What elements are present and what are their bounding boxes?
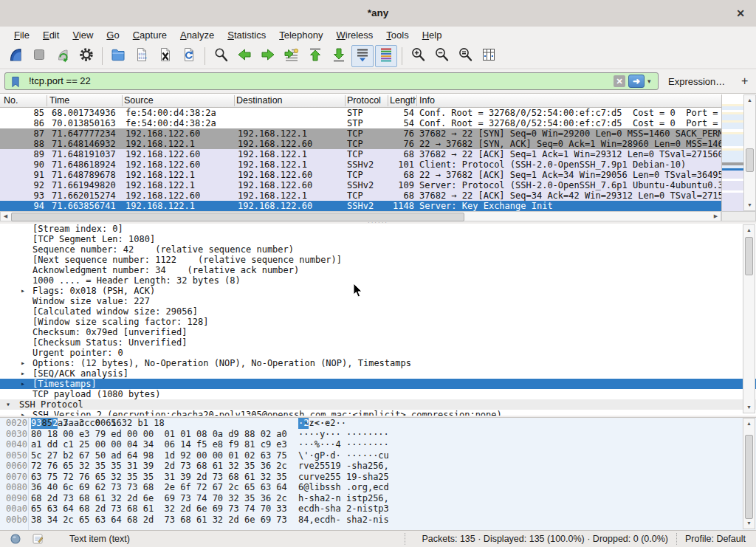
scroll-down-arrow[interactable]: ▼ xyxy=(743,403,755,412)
packet-row[interactable]: 8871.648146932192.168.122.1192.168.122.6… xyxy=(0,139,721,149)
detail-line[interactable]: ▸SSH Version 2 (encryption:chacha20-poly… xyxy=(0,410,756,416)
close-file-button[interactable] xyxy=(154,45,176,67)
scroll-down-arrow[interactable]: ▼ xyxy=(744,201,755,210)
hex-row[interactable]: 0040a1 dd c1 25 00 00 04 34 06 14 f5 e8 … xyxy=(0,439,756,450)
expand-arrow-icon[interactable]: ▸ xyxy=(21,286,25,296)
packet-list-vscrollbar[interactable]: ▲ ▼ xyxy=(743,94,756,211)
hex-row[interactable]: 007063 75 72 76 65 32 35 35 31 39 2d 73 … xyxy=(0,472,756,483)
status-profile[interactable]: Profile: Default xyxy=(685,531,746,547)
scrollbar-thumb[interactable] xyxy=(746,148,754,172)
hex-row[interactable]: 003080 18 00 e3 79 ed 00 00 01 01 08 0a … xyxy=(0,429,756,440)
add-filter-button[interactable]: + xyxy=(741,70,748,92)
hex-row[interactable]: 00505c 27 b2 67 50 ad 64 98 1d 92 00 00 … xyxy=(0,450,756,461)
detail-line[interactable]: [Calculated window size: 29056] xyxy=(0,306,756,317)
packet-list-minimap[interactable] xyxy=(721,94,743,211)
packet-row[interactable]: 9071.648618924192.168.122.60192.168.122.… xyxy=(0,159,721,170)
hex-row[interactable]: 008036 40 6c 69 62 73 73 68 2e 6f 72 67 … xyxy=(0,482,756,493)
menu-item-wireless[interactable]: Wireless xyxy=(330,28,380,42)
expand-arrow-icon[interactable]: ▸ xyxy=(21,410,25,416)
scroll-left-arrow[interactable]: ◀ xyxy=(1,212,10,221)
scroll-up-arrow[interactable]: ▲ xyxy=(743,419,755,428)
detail-line[interactable]: ▾SSH Protocol xyxy=(0,399,756,410)
capture-options-button[interactable] xyxy=(75,45,97,67)
detail-line[interactable]: [Checksum Status: Unverified] xyxy=(0,337,756,348)
scroll-right-arrow[interactable]: ▶ xyxy=(711,212,721,221)
packet-row[interactable]: 8771.647777234192.168.122.60192.168.122.… xyxy=(0,128,721,139)
detail-line[interactable]: ▸Options: (12 bytes), No-Operation (NOP)… xyxy=(0,358,756,368)
scroll-up-arrow[interactable]: ▲ xyxy=(743,226,755,235)
capture-comment-icon[interactable] xyxy=(31,532,44,547)
packet-row[interactable]: 8971.648191037192.168.122.60192.168.122.… xyxy=(0,149,721,159)
packet-row[interactable]: 9171.648789678192.168.122.1192.168.122.6… xyxy=(0,170,721,180)
column-header-length[interactable]: Length xyxy=(390,94,416,107)
hex-row[interactable]: 006072 76 65 32 35 35 31 39 2d 73 68 61 … xyxy=(0,461,756,472)
zoom-reset-button[interactable] xyxy=(454,45,476,67)
scrollbar-thumb[interactable] xyxy=(745,237,753,275)
detail-line[interactable]: [Next sequence number: 1122 (relative se… xyxy=(0,255,756,265)
filter-clear-button[interactable]: ✕ xyxy=(614,75,625,87)
column-separator[interactable] xyxy=(388,95,388,106)
filter-apply-button[interactable]: ➜ xyxy=(628,75,645,88)
expression-button[interactable]: Expression… xyxy=(668,70,725,93)
detail-line[interactable]: Urgent pointer: 0 xyxy=(0,348,756,358)
find-packet-button[interactable] xyxy=(210,45,232,67)
restart-capture-button[interactable] xyxy=(52,45,74,67)
packet-row[interactable]: 9471.663856741192.168.122.1192.168.122.6… xyxy=(0,201,721,211)
menu-item-view[interactable]: View xyxy=(66,28,100,42)
go-first-button[interactable] xyxy=(304,45,326,67)
detail-line[interactable]: Window size value: 227 xyxy=(0,296,756,306)
go-to-packet-button[interactable] xyxy=(281,45,303,67)
column-separator[interactable] xyxy=(345,95,346,106)
hex-row[interactable]: 00b038 34 2c 65 63 64 68 2d 73 68 61 32 … xyxy=(0,515,756,526)
scrollbar-thumb[interactable] xyxy=(745,435,753,519)
menu-item-help[interactable]: Help xyxy=(416,28,449,42)
column-separator[interactable] xyxy=(122,95,123,106)
column-header-time[interactable]: Time xyxy=(49,94,120,107)
detail-line[interactable]: [TCP Segment Len: 1080] xyxy=(0,234,756,244)
menu-item-file[interactable]: File xyxy=(7,28,36,42)
filter-bookmark-icon[interactable] xyxy=(8,75,23,92)
column-header-protocol[interactable]: Protocol xyxy=(347,94,385,107)
display-filter-input[interactable]: !tcp.port == 22 ✕ ➜ ▾ xyxy=(4,72,659,90)
packet-row[interactable]: 9271.661949820192.168.122.1192.168.122.6… xyxy=(0,180,721,190)
packet-list-header[interactable]: No.TimeSourceDestinationProtocolLengthIn… xyxy=(0,94,721,108)
menu-item-edit[interactable]: Edit xyxy=(36,28,66,42)
column-header-info[interactable]: Info xyxy=(419,94,641,107)
hex-row[interactable]: 0020c0 a8 7a 3c 00 16 93 32 85 a3 ac c0 … xyxy=(0,418,756,429)
details-vscrollbar[interactable]: ▲ ▼ xyxy=(743,224,755,413)
menu-item-analyze[interactable]: Analyze xyxy=(173,28,221,42)
detail-line[interactable]: Sequence number: 42 (relative sequence n… xyxy=(0,244,756,255)
zoom-in-button[interactable] xyxy=(407,45,429,67)
expand-arrow-icon[interactable]: ▸ xyxy=(21,358,25,368)
menu-item-tools[interactable]: Tools xyxy=(379,28,415,42)
menu-item-telephony[interactable]: Telephony xyxy=(272,28,329,42)
open-file-button[interactable] xyxy=(107,45,129,67)
detail-line[interactable]: [Stream index: 0] xyxy=(0,224,756,234)
hex-row[interactable]: 009068 2d 73 68 61 32 2d 6e 69 73 74 70 … xyxy=(0,493,756,504)
reload-file-button[interactable] xyxy=(178,45,200,67)
menu-item-capture[interactable]: Capture xyxy=(126,28,173,42)
column-separator[interactable] xyxy=(416,95,417,106)
colorize-button[interactable] xyxy=(375,45,397,67)
detail-line[interactable]: Acknowledgment number: 34 (relative ack … xyxy=(0,265,756,275)
auto-scroll-button[interactable] xyxy=(351,45,374,67)
detail-line[interactable]: [Window size scaling factor: 128] xyxy=(0,317,756,327)
scrollbar-thumb[interactable] xyxy=(11,213,464,221)
expand-arrow-icon[interactable]: ▾ xyxy=(6,399,10,410)
resize-columns-button[interactable] xyxy=(478,45,500,67)
menu-item-go[interactable]: Go xyxy=(100,28,126,42)
detail-line[interactable]: ▸[SEQ/ACK analysis] xyxy=(0,368,756,379)
packet-row[interactable]: 8568.001734936fe:54:00:d4:38:2aSTP54Conf… xyxy=(0,108,721,118)
detail-line[interactable]: Checksum: 0x79ed [unverified] xyxy=(0,327,756,337)
column-separator[interactable] xyxy=(47,95,47,106)
stop-capture-button[interactable] xyxy=(28,45,50,67)
column-header-source[interactable]: Source xyxy=(124,94,231,107)
go-back-button[interactable] xyxy=(233,45,255,67)
save-file-button[interactable]: 01010110 xyxy=(131,45,153,67)
start-capture-button[interactable] xyxy=(4,45,27,67)
detail-line[interactable]: ▸Flags: 0x018 (PSH, ACK) xyxy=(0,286,756,296)
zoom-out-button[interactable] xyxy=(430,45,453,67)
expand-arrow-icon[interactable]: ▸ xyxy=(21,379,25,389)
column-header-no[interactable]: No. xyxy=(4,94,44,107)
detail-line[interactable]: ▸[Timestamps] xyxy=(0,379,756,389)
